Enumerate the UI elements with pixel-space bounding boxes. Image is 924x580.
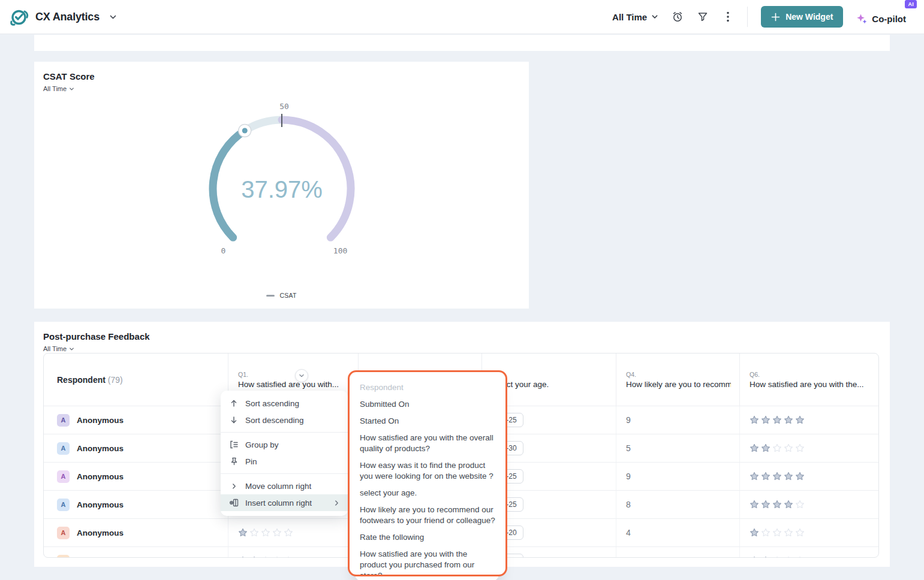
menu-item-sort-descending[interactable]: Sort descending — [221, 412, 348, 428]
submenu-item-select-your-age-[interactable]: select your age. — [359, 485, 496, 502]
column-header-respondent[interactable]: Respondent (79) — [44, 354, 228, 406]
star-rating[interactable] — [750, 472, 805, 481]
menu-item-sort-ascending[interactable]: Sort ascending — [221, 395, 348, 412]
csat-legend[interactable]: CSAT — [34, 292, 529, 299]
column-header-q4[interactable]: Q4.How likely are you to recomm... — [616, 354, 740, 406]
star-empty-icon — [795, 528, 805, 537]
brand[interactable]: CX Analytics — [10, 7, 117, 27]
star-filled-icon — [750, 500, 759, 509]
star-filled-icon — [772, 500, 782, 509]
nps-score-value: 9 — [626, 415, 631, 425]
star-filled-icon — [761, 443, 770, 453]
menu-item-move-column-right[interactable]: Move column right — [221, 478, 348, 494]
menu-item-group-by[interactable]: Group by — [221, 436, 348, 453]
submenu-item-started-on[interactable]: Started On — [359, 413, 496, 430]
respondent-name: Anonymous — [77, 444, 124, 453]
submenu-item-rate-the-following[interactable]: Rate the following — [359, 529, 496, 546]
csat-widget-title: CSAT Score — [43, 71, 520, 81]
app-switcher-chevron-down-icon[interactable] — [109, 13, 117, 21]
star-rating[interactable] — [238, 556, 293, 558]
menu-divider — [221, 473, 348, 474]
star-empty-icon — [772, 556, 782, 558]
respondent-name: Anonymous — [77, 416, 124, 425]
star-empty-icon — [261, 556, 270, 558]
new-widget-label: New Widget — [785, 12, 833, 22]
header-divider — [747, 7, 748, 27]
star-filled-icon — [750, 556, 759, 558]
gauge-max-label: 100 — [333, 246, 347, 255]
avatar: A — [57, 499, 70, 511]
respondent-name: Anonymous — [77, 472, 124, 481]
star-filled-icon — [238, 556, 248, 558]
insert-column-submenu: RespondentSubmitted OnStarted OnHow sati… — [348, 370, 507, 576]
gauge-value: 37.97% — [241, 176, 323, 203]
arrow-down-icon — [228, 416, 239, 424]
star-filled-icon — [772, 415, 782, 425]
csat-time-filter-label: All Time — [43, 85, 67, 92]
column-context-menu: Sort ascendingSort descendingGroup byPin… — [221, 391, 348, 516]
star-filled-icon — [772, 472, 782, 481]
star-rating[interactable] — [750, 500, 805, 509]
avatar: A — [57, 470, 70, 483]
alarm-icon[interactable] — [672, 11, 684, 23]
chevron-down-icon — [69, 86, 74, 92]
nps-score-value: 8 — [626, 500, 631, 509]
star-empty-icon — [284, 556, 293, 558]
menu-divider — [221, 432, 348, 433]
column-menu-chevron-button[interactable] — [295, 369, 308, 382]
star-empty-icon — [272, 556, 282, 558]
app-title: CX Analytics — [35, 11, 100, 23]
submenu-item-submitted-on[interactable]: Submitted On — [359, 396, 496, 413]
menu-item-pin[interactable]: Pin — [221, 453, 348, 470]
group-by-icon — [228, 440, 239, 449]
submenu-item-how-satisfied-are-you-with-the-overall-q[interactable]: How satisfied are you with the overall q… — [359, 430, 496, 457]
star-rating[interactable] — [750, 528, 805, 537]
chevron-right-icon — [333, 500, 340, 506]
pin-icon — [228, 457, 239, 466]
submenu-item-how-satisfied-are-you-with-the-product-y[interactable]: How satisfied are you with the product y… — [359, 546, 496, 576]
scrolled-widget-bottom — [34, 35, 890, 51]
feedback-time-filter[interactable]: All Time — [43, 345, 74, 352]
submenu-item-how-likely-are-you-to-recommend-our-foot[interactable]: How likely are you to recommend our foot… — [359, 502, 496, 529]
star-filled-icon — [761, 472, 770, 481]
chevron-down-icon — [69, 346, 74, 352]
star-rating[interactable] — [750, 443, 805, 453]
menu-item-insert-column-right[interactable]: Insert column right — [221, 494, 348, 511]
copilot-button[interactable]: Co-pilot AI — [856, 10, 914, 25]
star-empty-icon — [784, 556, 793, 558]
star-rating[interactable] — [238, 528, 293, 537]
kebab-menu-icon[interactable] — [722, 11, 734, 23]
csat-score-widget: CSAT Score All Time 50010037.97% CSAT — [34, 62, 529, 309]
sparkle-icon — [856, 13, 868, 25]
star-empty-icon — [784, 443, 793, 453]
star-empty-icon — [784, 528, 793, 537]
column-header-q6[interactable]: Q6.How satisfied are you with the... — [740, 354, 878, 406]
feedback-time-filter-label: All Time — [43, 345, 67, 352]
nps-score-value: 7 — [626, 556, 631, 558]
submenu-item-how-easy-was-it-to-find-the-product-you-[interactable]: How easy was it to find the product you … — [359, 457, 496, 485]
submenu-item-respondent: Respondent — [359, 379, 496, 396]
star-rating[interactable] — [750, 415, 805, 425]
star-empty-icon — [284, 528, 293, 537]
chevron-down-icon — [651, 13, 658, 20]
csat-time-filter[interactable]: All Time — [43, 85, 74, 92]
star-rating[interactable] — [750, 556, 805, 558]
star-filled-icon — [750, 415, 759, 425]
app-header: CX Analytics All Time New Widget — [0, 0, 924, 34]
app-logo-icon — [10, 7, 29, 27]
star-filled-icon — [784, 472, 793, 481]
star-filled-icon — [795, 472, 805, 481]
ai-badge: AI — [905, 0, 917, 8]
star-filled-icon — [750, 528, 759, 537]
nps-score-value: 9 — [626, 472, 631, 481]
star-filled-icon — [784, 500, 793, 509]
gauge-min-label: 0 — [221, 246, 226, 255]
plus-icon — [771, 13, 780, 22]
star-empty-icon — [772, 528, 782, 537]
nps-score-value: 4 — [626, 528, 631, 537]
new-widget-button[interactable]: New Widget — [761, 6, 843, 28]
star-filled-icon — [750, 443, 759, 453]
global-time-filter[interactable]: All Time — [612, 12, 658, 22]
gauge-tick-label: 50 — [279, 102, 289, 111]
filter-funnel-icon[interactable] — [697, 11, 709, 23]
